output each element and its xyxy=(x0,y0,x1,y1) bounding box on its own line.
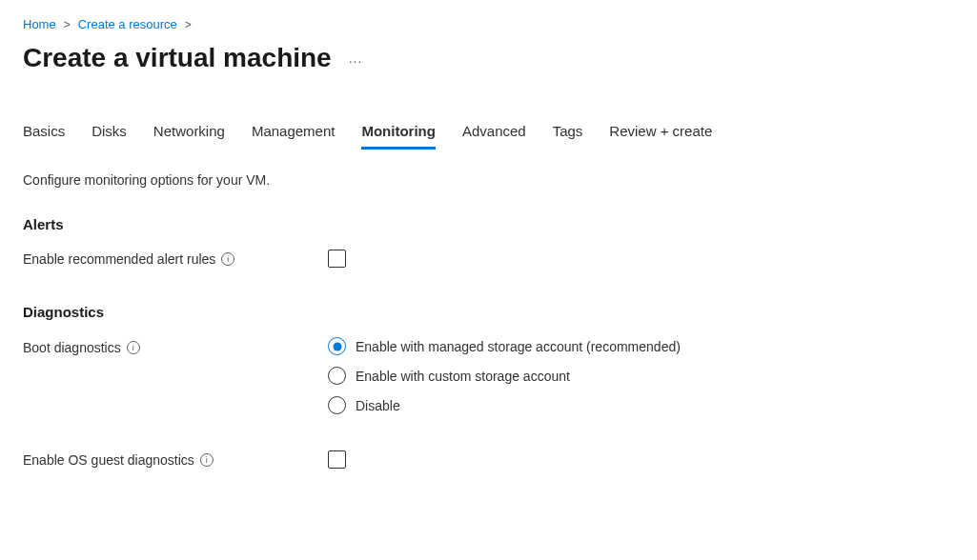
boot-diagnostics-label: Boot diagnostics i xyxy=(23,337,328,355)
title-row: Create a virtual machine ··· xyxy=(23,43,954,73)
breadcrumb-create-resource[interactable]: Create a resource xyxy=(78,17,177,31)
breadcrumb-separator: > xyxy=(64,18,71,31)
field-os-guest-diagnostics: Enable OS guest diagnostics i xyxy=(23,450,954,472)
radio-label: Enable with custom storage account xyxy=(356,369,570,384)
info-icon[interactable]: i xyxy=(127,341,140,354)
tab-review-create[interactable]: Review + create xyxy=(609,121,712,150)
radio-label: Disable xyxy=(356,398,400,413)
section-alerts: Alerts Enable recommended alert rules i xyxy=(23,216,954,271)
boot-option-custom[interactable]: Enable with custom storage account xyxy=(328,367,954,385)
tabs: Basics Disks Networking Management Monit… xyxy=(23,121,954,150)
breadcrumb: Home > Create a resource > xyxy=(23,17,954,31)
os-guest-diagnostics-checkbox[interactable] xyxy=(328,450,346,469)
info-icon[interactable]: i xyxy=(200,453,214,467)
more-actions-button[interactable]: ··· xyxy=(349,48,363,69)
info-icon[interactable]: i xyxy=(221,252,234,266)
boot-diagnostics-radio-group: Enable with managed storage account (rec… xyxy=(328,337,954,414)
boot-option-managed[interactable]: Enable with managed storage account (rec… xyxy=(328,337,954,355)
tab-advanced[interactable]: Advanced xyxy=(462,121,526,150)
tab-tags[interactable]: Tags xyxy=(553,121,583,150)
radio-icon xyxy=(328,396,346,414)
page-title: Create a virtual machine xyxy=(23,43,332,73)
boot-diagnostics-control: Enable with managed storage account (rec… xyxy=(328,337,954,414)
os-guest-diagnostics-control xyxy=(328,450,954,472)
section-diagnostics: Diagnostics Boot diagnostics i Enable wi… xyxy=(23,304,954,472)
label-text: Enable recommended alert rules xyxy=(23,251,215,267)
os-guest-diagnostics-label: Enable OS guest diagnostics i xyxy=(23,450,328,468)
radio-icon xyxy=(328,337,346,355)
tab-basics[interactable]: Basics xyxy=(23,121,65,150)
breadcrumb-separator: > xyxy=(185,18,192,31)
enable-recommended-alerts-control xyxy=(328,250,954,271)
boot-option-disable[interactable]: Disable xyxy=(328,396,954,414)
tab-disks[interactable]: Disks xyxy=(92,121,127,150)
tab-management[interactable]: Management xyxy=(252,121,336,150)
enable-recommended-alerts-label: Enable recommended alert rules i xyxy=(23,250,328,267)
radio-label: Enable with managed storage account (rec… xyxy=(356,339,681,354)
tab-monitoring[interactable]: Monitoring xyxy=(361,121,435,150)
tab-networking[interactable]: Networking xyxy=(153,121,225,150)
label-text: Boot diagnostics xyxy=(23,340,121,355)
enable-recommended-alerts-checkbox[interactable] xyxy=(328,250,346,268)
breadcrumb-home[interactable]: Home xyxy=(23,17,56,31)
radio-icon xyxy=(328,367,346,385)
alerts-heading: Alerts xyxy=(23,216,954,232)
field-boot-diagnostics: Boot diagnostics i Enable with managed s… xyxy=(23,337,954,414)
tab-description: Configure monitoring options for your VM… xyxy=(23,172,954,188)
diagnostics-heading: Diagnostics xyxy=(23,304,954,320)
field-enable-recommended-alerts: Enable recommended alert rules i xyxy=(23,250,954,271)
label-text: Enable OS guest diagnostics xyxy=(23,452,194,468)
